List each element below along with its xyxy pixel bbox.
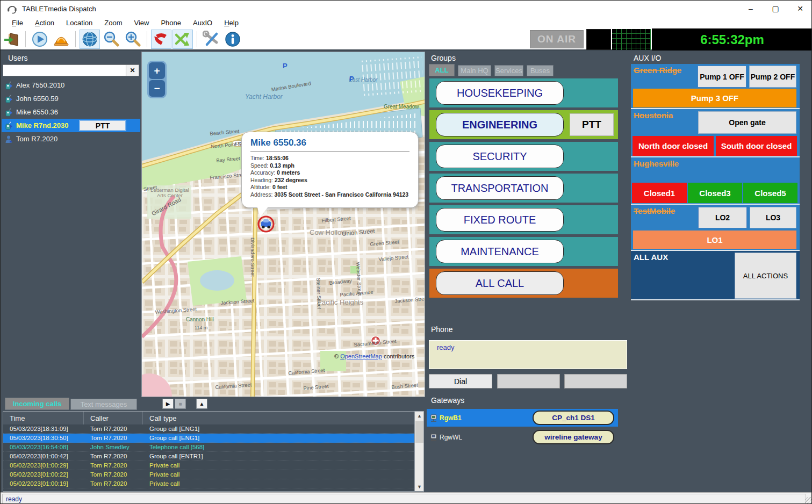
map-zoom-out-button[interactable]: − [149, 80, 165, 97]
phone-blank-button[interactable] [564, 374, 627, 388]
group-call-button[interactable]: TRANSPORTATION [436, 176, 564, 200]
popup-field-value: 232 degrees [275, 177, 307, 183]
exit-button[interactable] [1, 30, 21, 49]
gateway-name: RgwB1 [440, 414, 462, 422]
column-caller[interactable]: Caller [84, 412, 143, 424]
menu-zoom[interactable]: Zoom [98, 18, 128, 28]
phone-panel-title: Phone [427, 323, 629, 335]
patch-button[interactable] [173, 30, 193, 49]
aux-button[interactable]: Closed5 [743, 183, 797, 203]
map-scale-label: 114 m [195, 325, 207, 330]
maximize-button[interactable]: ▢ [763, 1, 788, 17]
phone-status-display: ready [429, 340, 627, 369]
tab-main-hq[interactable]: Main HQ [458, 65, 491, 76]
gateway-channel-button[interactable]: CP_ch1 DS1 [533, 411, 614, 425]
play-recording-button[interactable]: ▶ [162, 399, 174, 409]
aux-button[interactable]: LO1 [633, 231, 796, 249]
menu-view[interactable]: View [128, 18, 155, 28]
aux-button[interactable]: Closed1 [632, 183, 687, 203]
group-call-button[interactable]: ENGINEERING [436, 113, 564, 136]
tab-text-messages[interactable]: Text messages [70, 399, 137, 410]
user-name: John 6550.59 [16, 95, 59, 103]
title-bar: TABLETmedia Dispatch – ▢ ✕ [1, 1, 812, 17]
menu-auxio[interactable]: AuxIO [187, 18, 218, 28]
zoom-out-button[interactable] [101, 30, 121, 49]
aux-button[interactable]: Open gate [698, 111, 796, 134]
calls-scrollbar[interactable]: ▲ ▼ [414, 412, 423, 491]
clear-search-button[interactable]: ✕ [126, 65, 139, 76]
aux-button[interactable]: LO3 [750, 207, 796, 228]
group-ptt-button[interactable]: PTT [570, 113, 614, 136]
osm-link[interactable]: OpenStreetMap [340, 353, 382, 359]
aux-button[interactable]: Pump 3 OFF [633, 89, 796, 107]
call-row[interactable]: 05/02/2023[01:00:42]Tom R7.2020Group cal… [3, 452, 423, 461]
menu-location[interactable]: Location [60, 18, 98, 28]
group-call-button[interactable]: SECURITY [436, 145, 564, 168]
group-call-button[interactable]: FIXED ROUTE [436, 208, 564, 232]
stop-recording-button[interactable]: ■ [175, 399, 186, 409]
aux-button[interactable]: Pump 2 OFF [749, 66, 796, 88]
map-canvas [142, 52, 425, 397]
group-call-button[interactable]: HOUSEKEEPING [436, 81, 564, 105]
call-row[interactable]: 05/02/2023[01:00:22]Tom R7.2020Private c… [3, 470, 423, 479]
call-row[interactable]: 05/03/2023[18:30:50]Tom R7.2020Group cal… [3, 434, 423, 443]
gateway-channel-button[interactable]: wireline gateway [533, 430, 614, 444]
app-window: TABLETmedia Dispatch – ▢ ✕ File Action L… [0, 0, 812, 504]
map-zoom-in-button[interactable]: + [149, 62, 165, 79]
user-row-selected[interactable]: Mike R7nd.2030 PTT [2, 119, 140, 132]
dial-button[interactable]: Dial [429, 374, 492, 388]
call-row[interactable]: 05/02/2023[01:00:19]Tom R7.2020Private c… [3, 479, 423, 488]
group-call-button[interactable]: MAINTENANCE [436, 240, 564, 263]
tab-buses[interactable]: Buses [527, 65, 554, 76]
zoom-in-icon [124, 31, 141, 48]
minimize-button[interactable]: – [738, 1, 763, 17]
gateway-row-selected[interactable]: RgwB1 CP_ch1 DS1 [427, 409, 618, 427]
tab-services[interactable]: Services [494, 65, 523, 76]
scroll-thumb[interactable] [415, 421, 423, 443]
alert-button[interactable] [51, 30, 71, 49]
popup-field-value: 3035 Scott Street - San Francisco Califo… [274, 191, 408, 198]
settings-button[interactable] [201, 30, 221, 49]
menu-phone[interactable]: Phone [155, 18, 187, 28]
aux-section-green-ridge: Green Ridge Pump 1 OFF Pump 2 OFF Pump 3… [631, 64, 800, 109]
resize-grip[interactable] [805, 497, 812, 504]
map-view[interactable]: Yacht Harbor East Harbor Marina Boulevar… [141, 52, 425, 397]
tab-all[interactable]: ALL [429, 64, 455, 76]
close-button[interactable]: ✕ [788, 1, 812, 17]
gateway-row[interactable]: RgwWL wireline gateway [427, 428, 618, 446]
user-row[interactable]: John 6550.59 [2, 92, 140, 105]
user-row[interactable]: Mike 6550.36 [2, 105, 140, 119]
call-row[interactable]: 05/03/2023[16:54:08]John SmedleyTelephon… [3, 443, 423, 452]
gateway-icon [429, 414, 438, 422]
all-actions-button[interactable]: ALL ACTIONS [735, 253, 796, 299]
menu-action[interactable]: Action [29, 18, 60, 28]
scroll-up-arrow[interactable]: ▲ [415, 412, 424, 420]
scroll-down-arrow[interactable]: ▼ [415, 483, 424, 491]
user-ptt-button[interactable]: PTT [79, 120, 126, 131]
column-call-type[interactable]: Call type [143, 412, 423, 424]
play-button[interactable] [30, 30, 50, 49]
tab-incoming-calls[interactable]: Incoming calls [5, 398, 69, 410]
aux-button[interactable]: North door closed [633, 136, 714, 156]
map-view-button[interactable] [80, 30, 100, 49]
phone-call-button[interactable] [151, 30, 171, 49]
scroll-top-button[interactable]: ▲ [196, 399, 207, 409]
phone-blank-button[interactable] [497, 374, 560, 388]
aux-button[interactable]: LO2 [698, 207, 747, 228]
menu-file[interactable]: File [6, 18, 29, 28]
aux-button[interactable]: Pump 1 OFF [698, 66, 746, 88]
info-button[interactable] [222, 30, 243, 49]
column-time[interactable]: Time [3, 412, 84, 424]
clock-display: 6:55:32pm [652, 28, 812, 51]
aux-button[interactable]: South door closed [716, 136, 797, 156]
zoom-in-button[interactable] [123, 30, 143, 49]
aux-button[interactable]: Closed3 [688, 183, 742, 203]
users-search-input[interactable] [3, 65, 126, 76]
menu-help[interactable]: Help [218, 18, 245, 28]
call-row[interactable]: 05/02/2023[01:00:29]Tom R7.2020Private c… [3, 461, 423, 470]
all-call-button[interactable]: ALL CALL [436, 271, 564, 295]
info-icon [224, 31, 241, 48]
user-row[interactable]: Tom R7.2020 [2, 132, 140, 146]
user-row[interactable]: Alex 7550.2010 [2, 78, 140, 92]
call-row[interactable]: 05/03/2023[18:31:09]Tom R7.2020Group cal… [3, 424, 423, 434]
